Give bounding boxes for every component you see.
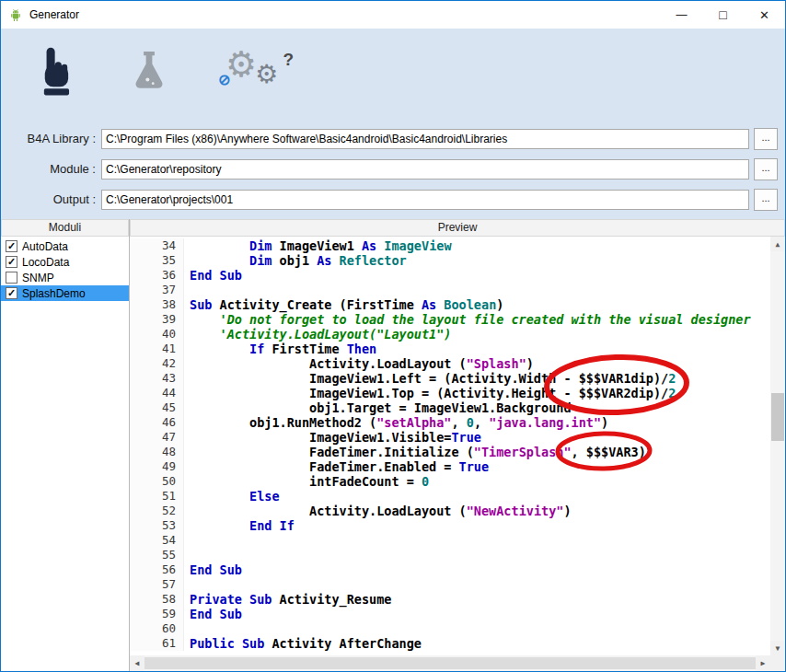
code-line-56: 56End Sub bbox=[130, 562, 770, 577]
code-line-57: 57 bbox=[130, 577, 770, 592]
titlebar: Generator — □ ✕ bbox=[1, 1, 785, 29]
line-number: 50 bbox=[130, 474, 184, 489]
line-number: 36 bbox=[130, 268, 184, 283]
code-text: End Sub bbox=[184, 268, 242, 283]
output-label: Output : bbox=[1, 192, 96, 206]
code-text: 'Do not forget to load the layout file c… bbox=[184, 312, 751, 327]
line-number: 60 bbox=[130, 621, 184, 636]
line-number: 57 bbox=[130, 577, 184, 592]
line-number: 58 bbox=[130, 592, 184, 607]
line-number: 48 bbox=[130, 445, 184, 459]
scroll-up-arrow[interactable]: ▲ bbox=[770, 237, 785, 251]
line-number: 46 bbox=[130, 415, 184, 430]
module-checkbox[interactable]: ✓ bbox=[6, 256, 17, 268]
code-line-58: 58Private Sub Activity_Resume bbox=[130, 592, 770, 607]
code-text: Dim ImageView1 As ImageView bbox=[184, 238, 452, 253]
code-line-61: 61Public Sub Activity AfterChange bbox=[130, 636, 770, 651]
line-number: 45 bbox=[130, 400, 184, 415]
line-number: 61 bbox=[130, 636, 184, 651]
line-number: 53 bbox=[130, 518, 184, 533]
code-text: obj1.RunMethod2 ("setAlpha", 0, "java.la… bbox=[184, 415, 608, 430]
preview-panel: Preview 34 Dim ImageView1 As ImageView35… bbox=[130, 219, 785, 671]
line-number: 44 bbox=[130, 386, 184, 400]
b4a-library-browse-button[interactable]: ... bbox=[754, 128, 778, 150]
code-line-40: 40 'Activity.LoadLayout("Layout1") bbox=[130, 327, 770, 342]
flask-icon bbox=[124, 47, 174, 100]
module-checkbox[interactable]: ✓ bbox=[6, 240, 17, 252]
output-input[interactable] bbox=[101, 190, 749, 210]
line-number: 42 bbox=[130, 356, 184, 371]
toolbar: ⚙ ⚙ ⊘ ? bbox=[1, 29, 785, 118]
line-number: 52 bbox=[130, 504, 184, 518]
maximize-button[interactable]: □ bbox=[702, 1, 744, 29]
module-label: AutoData bbox=[22, 240, 68, 253]
code-text bbox=[184, 621, 190, 636]
code-line-55: 55 bbox=[130, 548, 770, 562]
line-number: 56 bbox=[130, 562, 184, 577]
line-number: 47 bbox=[130, 430, 184, 445]
module-row: Module : ... bbox=[1, 154, 785, 184]
module-item-snmp[interactable]: SNMP bbox=[1, 270, 129, 285]
code-line-41: 41 If FirstTime Then bbox=[130, 342, 770, 356]
minimize-button[interactable]: — bbox=[661, 1, 702, 29]
scroll-down-arrow[interactable]: ▼ bbox=[770, 641, 785, 655]
scroll-right-arrow[interactable]: ▶ bbox=[756, 655, 770, 671]
line-number: 59 bbox=[130, 607, 184, 621]
main-area: Moduli ✓AutoData✓LocoDataSNMP✓SplashDemo… bbox=[1, 219, 785, 671]
code-area: 34 Dim ImageView1 As ImageView35 Dim obj… bbox=[130, 237, 785, 671]
code-line-34: 34 Dim ImageView1 As ImageView bbox=[130, 238, 770, 253]
code-line-37: 37 bbox=[130, 283, 770, 297]
path-fields: B4A Library : ... Module : ... Output : … bbox=[1, 118, 785, 214]
module-checkbox[interactable]: ✓ bbox=[6, 287, 17, 299]
code-text: Sub Activity_Create (FirstTime As Boolea… bbox=[184, 297, 503, 312]
module-input[interactable] bbox=[101, 159, 749, 180]
code-text: 'Activity.LoadLayout("Layout1") bbox=[184, 327, 451, 342]
line-number: 41 bbox=[130, 342, 184, 356]
code-text: Public Sub Activity AfterChange bbox=[184, 636, 422, 651]
horizontal-scroll-thumb[interactable] bbox=[144, 657, 756, 669]
code-line-48: 48 FadeTimer.Initialize ("TimerSplash", … bbox=[130, 445, 770, 459]
scroll-left-arrow[interactable]: ◀ bbox=[130, 655, 144, 671]
module-item-locodata[interactable]: ✓LocoData bbox=[1, 254, 129, 270]
window-title: Generator bbox=[29, 8, 79, 21]
line-number: 38 bbox=[130, 297, 184, 312]
no-sign-icon: ⊘ bbox=[218, 73, 230, 87]
code-line-46: 46 obj1.RunMethod2 ("setAlpha", 0, "java… bbox=[130, 415, 770, 430]
output-browse-button[interactable]: ... bbox=[754, 189, 778, 211]
close-button[interactable]: ✕ bbox=[744, 1, 785, 29]
code-line-60: 60 bbox=[130, 621, 770, 636]
code-line-44: 44 ImageView1.Top = (Activity.Height - $… bbox=[130, 386, 770, 400]
line-number: 49 bbox=[130, 459, 184, 474]
line-number: 43 bbox=[130, 371, 184, 386]
code-line-53: 53 End If bbox=[130, 518, 770, 533]
module-item-autodata[interactable]: ✓AutoData bbox=[1, 238, 129, 254]
code-text: FadeTimer.Initialize ("TimerSplash", $$$… bbox=[184, 445, 646, 459]
output-row: Output : ... bbox=[1, 184, 785, 214]
code-line-50: 50 intFadeCount = 0 bbox=[130, 474, 770, 489]
vertical-scroll-thumb[interactable] bbox=[771, 393, 784, 441]
code-text: End Sub bbox=[184, 562, 242, 577]
code-text: Activity.LoadLayout ("NewActivity") bbox=[184, 504, 572, 518]
code-line-59: 59End Sub bbox=[130, 607, 770, 621]
b4a-library-row: B4A Library : ... bbox=[1, 123, 785, 154]
b4a-library-label: B4A Library : bbox=[1, 132, 96, 145]
code-line-42: 42 Activity.LoadLayout ("Splash") bbox=[130, 356, 770, 371]
module-label: SNMP bbox=[22, 272, 54, 284]
window-controls: — □ ✕ bbox=[661, 1, 785, 29]
module-label: SplashDemo bbox=[22, 287, 86, 300]
vertical-scrollbar[interactable]: ▲ ▼ bbox=[770, 237, 785, 655]
settings-tool-button[interactable]: ⚙ ⚙ ⊘ ? bbox=[220, 47, 294, 100]
top-zone: ⚙ ⚙ ⊘ ? B4A Library : ... Module : ... O… bbox=[1, 29, 785, 219]
horizontal-scrollbar[interactable]: ◀ ▶ bbox=[130, 655, 770, 671]
b4a-library-input[interactable] bbox=[101, 129, 749, 149]
code-text: If FirstTime Then bbox=[184, 342, 376, 356]
lab-tool-button[interactable] bbox=[124, 47, 174, 100]
moduli-panel: Moduli ✓AutoData✓LocoDataSNMP✓SplashDemo bbox=[1, 219, 130, 671]
question-mark-icon: ? bbox=[283, 51, 294, 68]
module-checkbox[interactable] bbox=[6, 272, 17, 284]
module-item-splashdemo[interactable]: ✓SplashDemo bbox=[1, 285, 129, 301]
preview-header: Preview bbox=[130, 219, 785, 237]
moduli-header: Moduli bbox=[1, 219, 129, 237]
module-browse-button[interactable]: ... bbox=[754, 158, 778, 180]
touch-tool-button[interactable] bbox=[25, 45, 78, 102]
